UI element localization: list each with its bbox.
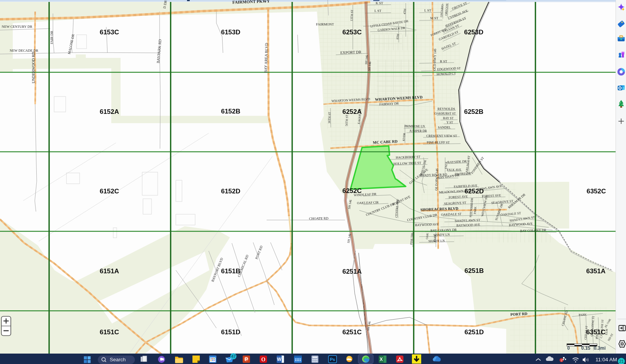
- svg-text:K ST: K ST: [376, 1, 383, 5]
- svg-text:PARK: PARK: [578, 313, 587, 317]
- svg-text:8TH: 8TH: [396, 34, 400, 40]
- svg-text:O: O: [261, 357, 265, 362]
- svg-text:6253D: 6253D: [464, 29, 483, 36]
- svg-text:JUNIPER DR: JUNIPER DR: [409, 129, 427, 133]
- svg-text:OAK: OAK: [425, 233, 429, 240]
- svg-text:L ST: L ST: [374, 9, 381, 13]
- svg-text:6252B: 6252B: [464, 108, 483, 115]
- svg-text:6252C: 6252C: [342, 187, 362, 195]
- svg-text:11:04 AM: 11:04 AM: [595, 357, 617, 362]
- svg-text:EXPORT DR: EXPORT DR: [340, 50, 361, 55]
- svg-text:L ST: L ST: [424, 8, 431, 12]
- svg-text:6351A: 6351A: [586, 267, 606, 275]
- svg-text:UNDERWOOD RD: UNDERWOOD RD: [31, 52, 36, 83]
- svg-text:6251C: 6251C: [342, 328, 362, 336]
- svg-text:6253C: 6253C: [342, 29, 362, 36]
- svg-text:6152A: 6152A: [100, 108, 119, 115]
- svg-text:W: W: [277, 357, 282, 362]
- svg-text:OAKLEAF CIR: OAKLEAF CIR: [357, 200, 379, 205]
- svg-text:BAY ST: BAY ST: [443, 117, 453, 120]
- svg-text:6153D: 6153D: [221, 29, 240, 36]
- svg-text:6152B: 6152B: [221, 108, 240, 115]
- svg-text:OLD HWY 146: OLD HWY 146: [432, 48, 437, 71]
- svg-text:6151D: 6151D: [221, 328, 240, 336]
- svg-text:6153C: 6153C: [100, 29, 119, 36]
- svg-text:OAKDALE ST: OAKDALE ST: [441, 212, 462, 217]
- svg-text:6252A: 6252A: [342, 108, 362, 115]
- svg-text:PORT RD: PORT RD: [510, 312, 527, 317]
- svg-text:47: 47: [231, 354, 236, 359]
- svg-text:Y ST: Y ST: [447, 121, 453, 124]
- svg-text:NEW CENTURY DR: NEW CENTURY DR: [2, 25, 32, 29]
- svg-text:36TH ST: 36TH ST: [327, 112, 331, 124]
- svg-text:6151A: 6151A: [100, 267, 119, 275]
- svg-text:56TH ST: 56TH ST: [345, 115, 349, 126]
- svg-text:0.15: 0.15: [581, 345, 590, 351]
- svg-text:4TH: 4TH: [403, 8, 407, 15]
- svg-text:PARK: PARK: [433, 234, 437, 242]
- svg-text:M ST: M ST: [430, 16, 439, 20]
- svg-text:0: 0: [567, 345, 570, 351]
- svg-text:Search: Search: [110, 357, 126, 362]
- svg-text:CRESCENT VIEW ST: CRESCENT VIEW ST: [426, 134, 457, 138]
- svg-text:PINE BLUFF ST: PINE BLUFF ST: [427, 141, 450, 144]
- svg-text:PRIMROSE LN: PRIMROSE LN: [405, 125, 425, 128]
- svg-text:PARK: PARK: [473, 206, 477, 214]
- svg-text:1: 1: [561, 359, 562, 362]
- svg-text:CHOATE RD: CHOATE RD: [309, 217, 329, 221]
- svg-text:OLD HWY 146: OLD HWY 146: [434, 168, 439, 190]
- svg-text:REYNOLDS: REYNOLDS: [437, 107, 455, 111]
- svg-text:OAKHURST ST: OAKHURST ST: [435, 112, 456, 115]
- svg-text:FALK AVE: FALK AVE: [447, 168, 461, 172]
- svg-text:6352C: 6352C: [587, 188, 606, 195]
- svg-text:SANDEL: SANDEL: [438, 125, 451, 129]
- svg-text:SHADY LN: SHADY LN: [429, 239, 445, 243]
- svg-text:6151C: 6151C: [100, 328, 119, 336]
- svg-text:KYDR: KYDR: [402, 133, 406, 141]
- svg-text:6152C: 6152C: [100, 188, 119, 195]
- svg-text:X: X: [379, 357, 383, 362]
- svg-text:6351C: 6351C: [586, 328, 606, 336]
- svg-text:P: P: [245, 356, 248, 362]
- svg-text:R ST: R ST: [440, 59, 447, 63]
- svg-text:6251B: 6251B: [464, 267, 484, 274]
- svg-text:6251D: 6251D: [464, 328, 484, 336]
- svg-text:6151B: 6151B: [221, 267, 240, 275]
- svg-text:Ps: Ps: [330, 357, 335, 362]
- svg-text:13TH ST: 13TH ST: [350, 10, 354, 22]
- svg-text:FAIR DR: FAIR DR: [50, 31, 54, 44]
- svg-text:FAIRMONT: FAIRMONT: [316, 22, 334, 26]
- svg-text:6251A: 6251A: [342, 268, 362, 275]
- svg-text:6252D: 6252D: [464, 188, 484, 195]
- svg-text:0.3mi: 0.3mi: [594, 345, 606, 351]
- svg-text:21: 21: [619, 359, 624, 364]
- svg-text:6152D: 6152D: [221, 188, 240, 195]
